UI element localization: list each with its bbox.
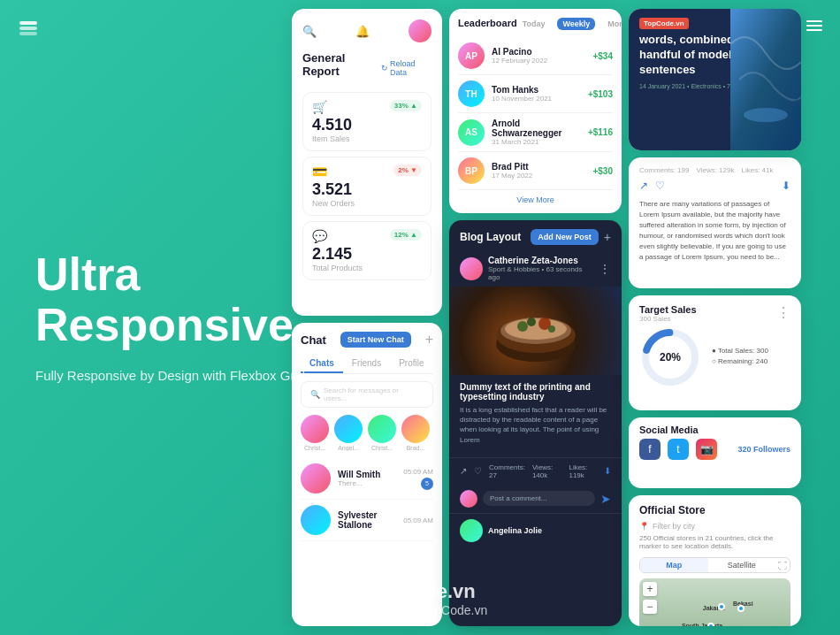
- person-date-4: 17 May 2022: [492, 172, 585, 180]
- facebook-icon[interactable]: f: [639, 439, 661, 460]
- column-1: 🔍 🔔 General Report ↻ Reload Data 33% ▲ 🛒…: [292, 9, 442, 626]
- view-more-button[interactable]: View More: [458, 195, 613, 204]
- hero-section: Ultra Responsive Fully Responsive by Des…: [35, 249, 312, 386]
- person-info-3: Arnold Schwarzenegger 31 March 2021: [492, 119, 581, 146]
- topcode-image: [730, 9, 801, 150]
- friend-avatars-row: Christ... Angel... Christ... Brad... Sam…: [301, 415, 433, 451]
- friend-avatar-2: [334, 415, 363, 443]
- person-name-3: Arnold Schwarzenegger: [492, 119, 581, 138]
- msg-name-2: Sylvester Stallone: [338, 510, 396, 530]
- msg-meta-2: 05:09 AM: [403, 516, 433, 524]
- fullscreen-icon[interactable]: ⛶: [775, 558, 790, 572]
- friend-item-2: Angel...: [334, 415, 363, 451]
- target-content: 20% ● Total Sales: 300 ○ Remaining: 240: [639, 326, 790, 388]
- friend-name-2: Angel...: [338, 445, 359, 451]
- map-view: Jakarta Bekasi South Jakarta Depok Cileu…: [639, 578, 790, 626]
- add-post-button[interactable]: Add New Post: [531, 229, 599, 245]
- msg-name-1: Will Smith: [338, 470, 396, 479]
- tab-friends[interactable]: Friends: [343, 355, 390, 373]
- person-name-2: Tom Hanks: [492, 85, 581, 95]
- target-more-icon[interactable]: ⋮: [776, 304, 790, 323]
- svg-rect-4: [806, 25, 822, 27]
- filter-bar: 📍 Filter by city: [639, 522, 790, 531]
- post-more-icon[interactable]: ⋮: [599, 262, 611, 276]
- friend-avatar-1: [301, 415, 329, 443]
- person-row-1: AP Al Pacino 12 February 2022 +$34: [458, 37, 613, 75]
- hero-subtitle: Fully Responsive by Design with Flexbox …: [35, 366, 312, 386]
- svg-rect-0: [19, 21, 37, 25]
- tab-profile[interactable]: Profile: [390, 355, 432, 373]
- tab-today[interactable]: Today: [517, 18, 551, 30]
- stat-box-products: 12% ▲ 💬 2.145 Total Products: [302, 221, 431, 280]
- article-views: Views: 129k: [696, 166, 734, 174]
- chat-add-icon[interactable]: +: [425, 332, 433, 348]
- topcode-banner-card: TopCode.vn 200+ words, combined with a h…: [629, 9, 801, 150]
- person-row-3: AS Arnold Schwarzenegger 31 March 2021 +…: [458, 113, 613, 152]
- target-title: Target Sales: [639, 304, 697, 315]
- reload-button[interactable]: ↻ Reload Data: [381, 59, 431, 77]
- post-author-name: Catherine Zeta-Jones: [488, 256, 593, 265]
- blog-text-section: Dummy text of the printing and typesetti…: [449, 375, 622, 457]
- friend-item-1: Christ...: [301, 415, 329, 451]
- target-title-group: Target Sales 300 Sales: [639, 304, 697, 323]
- svg-point-11: [527, 318, 536, 326]
- msg-preview-1: There...: [338, 479, 396, 487]
- target-header: Target Sales 300 Sales ⋮: [639, 304, 790, 323]
- tab-monthly[interactable]: Monthly: [602, 18, 622, 30]
- person-row-2: TH Tom Hanks 10 November 2021 +$103: [458, 75, 613, 113]
- send-icon[interactable]: ➤: [600, 492, 611, 506]
- start-chat-button[interactable]: Start New Chat: [340, 332, 411, 348]
- person-avatar-4: BP: [458, 157, 485, 184]
- person-avatar-1: AP: [458, 42, 485, 69]
- article-card: Comments: 199 Views: 129k Likes: 41k ↗ ♡…: [629, 157, 801, 288]
- article-action-icons: ↗ ♡ ⬇: [639, 180, 790, 192]
- post-author-meta: Sport & Hobbies • 63 seconds ago: [488, 265, 593, 281]
- map-zoom-out[interactable]: −: [643, 600, 657, 614]
- message-row-1[interactable]: Will Smith There... 05:09 AM 5: [301, 458, 433, 500]
- chat-search-bar[interactable]: 🔍 Search for messages or users...: [301, 381, 433, 408]
- products-value: 2.145: [312, 245, 422, 264]
- food-image: [449, 287, 622, 375]
- user-avatar: [409, 19, 431, 42]
- message-row-2[interactable]: Sylvester Stallone 05:09 AM: [301, 500, 433, 541]
- sales-value: 4.510: [312, 116, 422, 134]
- svg-rect-5: [806, 29, 822, 31]
- location-icon: 📍: [639, 522, 649, 531]
- comment-input[interactable]: Post a comment...: [483, 491, 595, 506]
- social-media-card: Social Media f t 📷 320 Followers: [629, 417, 801, 488]
- official-store-card: Official Store 📍 Filter by city 250 Offi…: [629, 495, 801, 626]
- target-stat-row-2: ○ Remaining: 240: [712, 357, 790, 365]
- search-icon: 🔍: [302, 25, 317, 38]
- person-amount-1: +$34: [592, 51, 613, 61]
- person-info-4: Brad Pitt 17 May 2022: [492, 162, 585, 180]
- donut-chart: 20%: [639, 326, 701, 388]
- person-date-3: 31 March 2021: [492, 138, 581, 146]
- blog-add-icon[interactable]: +: [604, 230, 611, 244]
- report-header: 🔍 🔔: [302, 19, 431, 42]
- blog-top-bar: Blog Layout Add New Post +: [449, 220, 622, 250]
- tab-weekly[interactable]: Weekly: [557, 18, 595, 30]
- twitter-icon[interactable]: t: [668, 439, 689, 460]
- target-sales-card: Target Sales 300 Sales ⋮ 20% ● Total Sal…: [629, 295, 801, 410]
- svg-point-13: [548, 325, 555, 333]
- post-author-avatar: [460, 257, 483, 280]
- orders-label: New Orders: [312, 199, 422, 208]
- friend-avatar-3: [368, 415, 396, 443]
- menu-icon[interactable]: [805, 16, 824, 40]
- article-share-icon[interactable]: ↗: [639, 180, 648, 192]
- map-zoom-in[interactable]: +: [643, 582, 657, 596]
- store-header: Official Store: [639, 504, 790, 516]
- person-row-4: BP Brad Pitt 17 May 2022 +$30: [458, 152, 613, 190]
- article-comments: Comments: 199: [639, 166, 689, 174]
- svg-rect-14: [730, 9, 801, 150]
- map-dot-1: [718, 603, 725, 610]
- leaderboard-card: Leaderboard Today Weekly Monthly AP Al P…: [449, 9, 622, 213]
- svg-point-15: [744, 108, 788, 122]
- map-tab-satellite[interactable]: Satellite: [708, 558, 776, 572]
- article-like-icon[interactable]: ♡: [655, 180, 665, 192]
- person-amount-4: +$30: [592, 166, 613, 176]
- instagram-icon[interactable]: 📷: [696, 439, 717, 460]
- article-download-icon[interactable]: ⬇: [782, 180, 790, 192]
- map-tab-map[interactable]: Map: [640, 558, 708, 572]
- person-info-1: Al Pacino 12 February 2022: [492, 47, 585, 65]
